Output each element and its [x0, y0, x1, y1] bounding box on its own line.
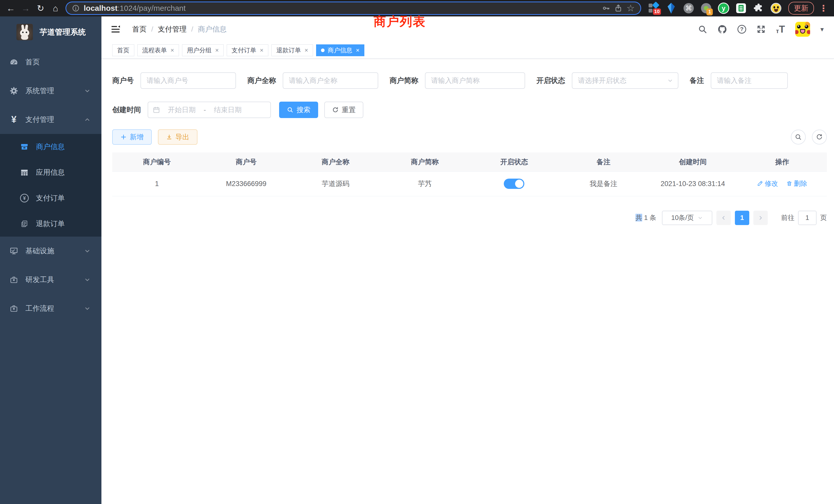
sidebar-item-workflow[interactable]: 工作流程: [0, 294, 102, 323]
tab-close-icon[interactable]: ×: [260, 47, 263, 54]
extension-notes-icon[interactable]: [736, 2, 747, 14]
table-row: 1 M233666999 芋道源码 芋艿 我是备注 2021-10-23 08:…: [112, 171, 827, 196]
tab-close-icon[interactable]: ×: [215, 47, 219, 54]
rabbit-eye: [26, 31, 27, 33]
user-avatar[interactable]: [795, 22, 810, 37]
cell-full-name: 芋道源码: [291, 171, 380, 196]
tab-label: 首页: [117, 46, 129, 54]
page-info-icon[interactable]: [72, 4, 80, 12]
extensions-puzzle-icon[interactable]: [753, 2, 764, 14]
sidebar: 芋道管理系统 首页 系统管理 ¥ 支付管理: [0, 17, 102, 504]
breadcrumb-home[interactable]: 首页: [132, 24, 147, 34]
next-page-button[interactable]: [753, 211, 768, 225]
fullscreen-icon[interactable]: [756, 25, 766, 34]
github-icon[interactable]: [718, 24, 727, 34]
rabbit-eye: [22, 31, 24, 33]
start-date-input[interactable]: [162, 106, 201, 114]
merchant-no-input[interactable]: [140, 72, 236, 89]
browser-reload-icon[interactable]: ↻: [34, 2, 47, 15]
tab-user-group[interactable]: 用户分组×: [182, 44, 224, 56]
doc-square: [736, 3, 746, 13]
chevron-down-icon: [84, 276, 91, 283]
grid-icon: [19, 168, 30, 177]
pikachu-cheek: [795, 30, 798, 34]
refresh-icon: [332, 107, 339, 113]
page-unit-label: 页: [820, 213, 827, 222]
create-time-range-picker[interactable]: -: [148, 101, 271, 118]
address-bar[interactable]: localhost:1024/pay/merchant ☆: [66, 2, 640, 14]
delete-link-label: 删除: [794, 179, 807, 188]
command-glyph: ⌘: [683, 3, 694, 13]
sidebar-item-label: 工作流程: [25, 303, 84, 313]
sidebar-item-dev-tools[interactable]: 研发工具: [0, 265, 102, 294]
tab-close-icon[interactable]: ×: [305, 47, 308, 54]
field-label: 商户全称: [247, 76, 276, 86]
trash-icon: [786, 180, 792, 187]
extension-decoration: [649, 9, 653, 13]
y-glyph: y: [719, 3, 728, 13]
extension-blue-diamond-icon[interactable]: 10: [648, 2, 659, 14]
remark-input[interactable]: [711, 72, 788, 89]
add-button[interactable]: 新增: [112, 129, 152, 145]
tab-close-icon[interactable]: ×: [356, 47, 359, 54]
browser-forward-icon[interactable]: →: [19, 2, 32, 15]
tab-close-icon[interactable]: ×: [171, 47, 174, 54]
url-text: localhost:1024/pay/merchant: [84, 4, 185, 13]
avatar-caret-icon[interactable]: ▾: [820, 25, 824, 33]
sidebar-item-pay-order[interactable]: ¥ 支付订单: [0, 185, 102, 211]
short-name-input[interactable]: [425, 72, 525, 89]
tab-pay-order[interactable]: 支付订单×: [227, 44, 268, 56]
export-button[interactable]: 导出: [158, 129, 197, 145]
password-key-icon[interactable]: [602, 4, 610, 12]
goto-page-input[interactable]: [798, 211, 816, 225]
browser-back-icon[interactable]: ←: [4, 2, 18, 15]
browser-menu-icon[interactable]: ⋮: [819, 3, 828, 13]
full-name-input[interactable]: [283, 72, 378, 89]
share-icon[interactable]: [614, 4, 622, 12]
end-date-input[interactable]: [208, 106, 247, 114]
refresh-table-button[interactable]: [812, 130, 827, 144]
sidebar-item-home[interactable]: 首页: [0, 48, 102, 76]
help-icon[interactable]: ?: [738, 25, 746, 33]
reset-button[interactable]: 重置: [324, 101, 363, 118]
sidebar-item-infra[interactable]: 基础设施: [0, 236, 102, 265]
chrome-update-button[interactable]: 更新: [788, 2, 814, 15]
tab-process-form[interactable]: 流程表单×: [137, 44, 179, 56]
extension-decoration: [652, 2, 659, 9]
sidebar-item-pay[interactable]: ¥ 支付管理: [0, 105, 102, 134]
sidebar-item-refund-order[interactable]: 退款订单: [0, 211, 102, 236]
sidebar-logo[interactable]: 芋道管理系统: [0, 17, 102, 48]
page-number-1[interactable]: 1: [735, 211, 749, 225]
extension-command-icon[interactable]: ⌘: [683, 2, 694, 14]
search-icon[interactable]: [698, 25, 707, 34]
extension-status-icon[interactable]: 1: [701, 2, 712, 14]
status-toggle[interactable]: [504, 179, 524, 189]
extension-y-icon[interactable]: y: [718, 2, 729, 14]
browser-home-icon[interactable]: ⌂: [49, 2, 62, 15]
breadcrumb-pay[interactable]: 支付管理: [158, 24, 187, 34]
font-size-icon[interactable]: тT: [776, 24, 785, 34]
prev-page-button[interactable]: [717, 211, 731, 225]
col-actions: 操作: [738, 153, 827, 171]
sidebar-item-app-info[interactable]: 应用信息: [0, 160, 102, 185]
status-select[interactable]: 请选择开启状态: [572, 72, 678, 89]
sidebar-fold-icon[interactable]: [111, 25, 120, 33]
delete-link[interactable]: 删除: [786, 179, 807, 188]
tab-home[interactable]: 首页: [112, 44, 134, 56]
browser-profile-avatar[interactable]: [770, 2, 782, 14]
extension-kite-icon[interactable]: [665, 2, 677, 14]
toggle-search-button[interactable]: [791, 130, 806, 144]
chevron-down-icon: [84, 88, 91, 94]
font-large-glyph: T: [779, 24, 785, 34]
y-circle: y: [718, 3, 729, 14]
rabbit-body: [21, 35, 28, 40]
bookmark-star-icon[interactable]: ☆: [627, 4, 635, 13]
page-size-select[interactable]: 10条/页: [662, 211, 712, 225]
sidebar-item-system[interactable]: 系统管理: [0, 76, 102, 105]
search-button[interactable]: 搜索: [279, 101, 318, 118]
calendar-icon: [153, 106, 160, 113]
tab-merchant-info[interactable]: 商户信息×: [316, 44, 364, 56]
tab-refund-order[interactable]: 退款订单×: [271, 44, 313, 56]
sidebar-item-merchant-info[interactable]: 商户信息: [0, 134, 102, 160]
edit-link[interactable]: 修改: [757, 179, 778, 188]
